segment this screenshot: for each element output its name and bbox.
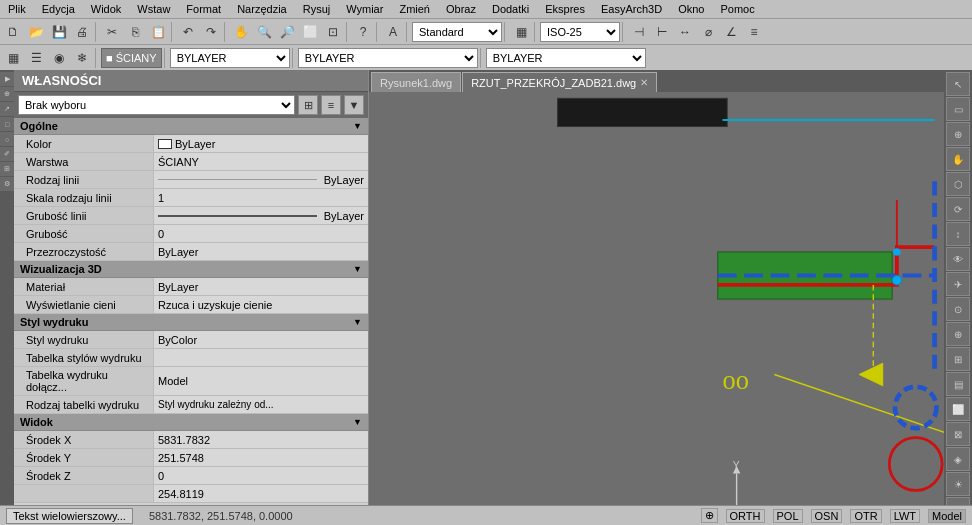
status-lwt[interactable]: LWT <box>890 509 920 523</box>
object-select-dropdown[interactable]: Brak wyboru <box>18 95 295 115</box>
left-tool-8[interactable]: ⚙ <box>0 177 14 191</box>
props-icon-btn2[interactable]: ≡ <box>321 95 341 115</box>
menu-pomoc[interactable]: Pomoc <box>712 2 762 16</box>
menu-rysuj[interactable]: Rysuj <box>295 2 339 16</box>
tab-rysunek1[interactable]: Rysunek1.dwg <box>371 72 461 92</box>
right-tool-orbit[interactable]: ⟳ <box>946 197 970 221</box>
dim-style-dropdown[interactable]: ISO-25 <box>540 22 620 42</box>
tab-rzut-close[interactable]: ✕ <box>640 77 648 88</box>
layer-props-button[interactable]: ▦ <box>2 47 24 69</box>
layer-freeze-button[interactable]: ❄ <box>71 47 93 69</box>
prop-cienie-value: Rzuca i uzyskuje cienie <box>154 296 368 313</box>
canvas-area[interactable]: Rysunek1.dwg RZUT_PRZEKRÓJ_ZADB21.dwg ✕ <box>369 70 944 525</box>
right-tool-select[interactable]: ▭ <box>946 97 970 121</box>
right-tool-layer[interactable]: ▤ <box>946 372 970 396</box>
right-tool-look[interactable]: 👁 <box>946 247 970 271</box>
menu-okno[interactable]: Okno <box>670 2 712 16</box>
pan-button[interactable]: ✋ <box>230 21 252 43</box>
lineweight-bylayer-dropdown[interactable]: BYLAYER <box>486 48 646 68</box>
right-tool-sun[interactable]: ☀ <box>946 472 970 496</box>
zoom-out-button[interactable]: 🔎 <box>276 21 298 43</box>
right-tool-snap[interactable]: ⊕ <box>946 322 970 346</box>
status-ortho[interactable]: ORTH <box>726 509 765 523</box>
dim-icon4[interactable]: ⌀ <box>697 21 719 43</box>
paste-button[interactable]: 📋 <box>147 21 169 43</box>
section-wiz3d-arrow[interactable]: ▼ <box>353 264 362 274</box>
left-tool-5[interactable]: ○ <box>0 132 14 146</box>
undo-button[interactable]: ↶ <box>177 21 199 43</box>
menu-wstaw[interactable]: Wstaw <box>129 2 178 16</box>
status-model[interactable]: Model <box>928 509 966 523</box>
dim-icon1[interactable]: ⊣ <box>628 21 650 43</box>
menu-ekspres[interactable]: Ekspres <box>537 2 593 16</box>
right-tool-walk[interactable]: ↕ <box>946 222 970 246</box>
save-button[interactable]: 💾 <box>48 21 70 43</box>
props-icon-btn3[interactable]: ▼ <box>344 95 364 115</box>
linetype-bylayer-dropdown[interactable]: BYLAYER <box>298 48 478 68</box>
cut-button[interactable]: ✂ <box>101 21 123 43</box>
dim-icon6[interactable]: ≡ <box>743 21 765 43</box>
zoom-window-button[interactable]: ⬜ <box>299 21 321 43</box>
zoom-in-button[interactable]: 🔍 <box>253 21 275 43</box>
status-osnap[interactable]: OSN <box>811 509 843 523</box>
section-widok-header[interactable]: Widok ▼ <box>14 414 368 431</box>
menu-edycja[interactable]: Edycja <box>34 2 83 16</box>
menu-wymiar[interactable]: Wymiar <box>338 2 391 16</box>
zoom-fit-button[interactable]: ⊡ <box>322 21 344 43</box>
menu-zmien[interactable]: Zmień <box>391 2 438 16</box>
menu-format[interactable]: Format <box>178 2 229 16</box>
dim-icon2[interactable]: ⊢ <box>651 21 673 43</box>
status-otrack[interactable]: OTR <box>850 509 881 523</box>
right-tool-fly[interactable]: ✈ <box>946 272 970 296</box>
menu-dodatki[interactable]: Dodatki <box>484 2 537 16</box>
status-polar[interactable]: POL <box>773 509 803 523</box>
right-tool-zoom[interactable]: ⊕ <box>946 122 970 146</box>
right-tool-3d[interactable]: ⬡ <box>946 172 970 196</box>
right-tool-block[interactable]: ⬜ <box>946 397 970 421</box>
dim-icon3[interactable]: ↔ <box>674 21 696 43</box>
layer-state-button[interactable]: ☰ <box>25 47 47 69</box>
status-snap[interactable]: ⊕ <box>701 508 718 523</box>
layer-btn[interactable]: ▦ <box>510 21 532 43</box>
section-wiz3d-header[interactable]: Wizualizacja 3D ▼ <box>14 261 368 278</box>
dim-icon5[interactable]: ∠ <box>720 21 742 43</box>
section-wydruk-header[interactable]: Styl wydruku ▼ <box>14 314 368 331</box>
drawing-canvas[interactable]: oo X Y <box>369 92 944 525</box>
left-tool-1[interactable]: ▶ <box>0 72 14 86</box>
new-button[interactable]: 🗋 <box>2 21 24 43</box>
menu-easyarch3d[interactable]: EasyArch3D <box>593 2 670 16</box>
menu-narzedzia[interactable]: Narzędzia <box>229 2 295 16</box>
section-wydruk-arrow[interactable]: ▼ <box>353 317 362 327</box>
left-tool-4[interactable]: □ <box>0 117 14 131</box>
statusbar-text: Tekst wielowierszowy... <box>6 508 133 524</box>
right-tool-cam[interactable]: ⊙ <box>946 297 970 321</box>
open-button[interactable]: 📂 <box>25 21 47 43</box>
section-ogolne-header[interactable]: Ogólne ▼ <box>14 118 368 135</box>
left-tool-6[interactable]: ✐ <box>0 147 14 161</box>
style-dropdown[interactable]: Standard <box>412 22 502 42</box>
redo-button[interactable]: ↷ <box>200 21 222 43</box>
help-button[interactable]: ? <box>352 21 374 43</box>
tab-rzut[interactable]: RZUT_PRZEKRÓJ_ZADB21.dwg ✕ <box>462 72 657 92</box>
prop-grubosc-value: 0 <box>154 225 368 242</box>
color-bylayer-dropdown[interactable]: BYLAYER <box>170 48 290 68</box>
right-tool-model[interactable]: ◈ <box>946 447 970 471</box>
menu-plik[interactable]: Plik <box>0 2 34 16</box>
copy-button[interactable]: ⎘ <box>124 21 146 43</box>
left-tool-7[interactable]: ⊞ <box>0 162 14 176</box>
right-tool-xref[interactable]: ⊠ <box>946 422 970 446</box>
menu-obraz[interactable]: Obraz <box>438 2 484 16</box>
right-tool-arrow[interactable]: ↖ <box>946 72 970 96</box>
right-tool-pan[interactable]: ✋ <box>946 147 970 171</box>
text-style-button[interactable]: A <box>382 21 404 43</box>
menu-widok[interactable]: Widok <box>83 2 130 16</box>
right-tool-ref[interactable]: ⊞ <box>946 347 970 371</box>
sep7 <box>504 22 508 42</box>
section-ogolne-arrow[interactable]: ▼ <box>353 121 362 131</box>
props-icon-btn1[interactable]: ⊞ <box>298 95 318 115</box>
left-tool-3[interactable]: ↗ <box>0 102 14 116</box>
section-widok-arrow[interactable]: ▼ <box>353 417 362 427</box>
left-tool-2[interactable]: ⊕ <box>0 87 14 101</box>
layer-isolate-button[interactable]: ◉ <box>48 47 70 69</box>
print-button[interactable]: 🖨 <box>71 21 93 43</box>
